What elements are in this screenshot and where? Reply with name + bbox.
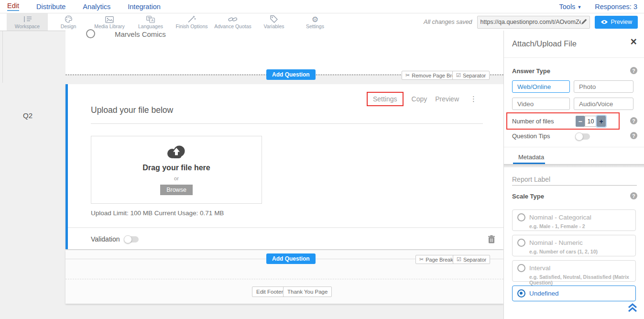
- previous-question-block: Marvels Comics: [65, 31, 503, 75]
- checkbox-checked-icon: ☑: [456, 72, 461, 78]
- top-nav-right: Tools ▼ Responses: 3: [559, 3, 644, 11]
- attach-upload-settings-panel: Attach/Upload File × Answer Type ? Web/O…: [503, 31, 644, 319]
- toolbar-item-settings[interactable]: ⚙ Settings: [295, 13, 336, 31]
- scale-type-nominal-categorical[interactable]: Nominal - Categorical e.g. Male - 1, Fem…: [512, 209, 636, 231]
- question-preview-button[interactable]: Preview: [435, 95, 459, 103]
- answer-type-web-online[interactable]: Web/Online: [512, 80, 570, 93]
- report-label-underline: [512, 185, 637, 186]
- number-of-files-stepper: − 10 +: [576, 116, 606, 127]
- tools-menu[interactable]: Tools ▼: [559, 3, 582, 11]
- answer-type-video[interactable]: Video: [512, 98, 570, 110]
- svg-text:A: A: [151, 18, 153, 22]
- scissors-icon: ✂: [405, 72, 410, 78]
- answer-type-photo[interactable]: Photo: [574, 80, 633, 93]
- nav-tab-analytics[interactable]: Analytics: [83, 3, 110, 11]
- radio-icon: [517, 264, 525, 272]
- close-icon[interactable]: ×: [631, 35, 637, 48]
- edit-pencil-icon[interactable]: [581, 19, 587, 25]
- languages-translate-icon: A: [146, 15, 155, 23]
- page-break-button[interactable]: ✂ Page Break: [415, 255, 457, 264]
- checkbox-checked-icon: ☑: [457, 256, 461, 263]
- question-settings-button[interactable]: Settings: [367, 92, 404, 106]
- answer-option-label: Marvels Comics: [115, 30, 166, 38]
- kebab-menu-icon[interactable]: ⋮: [470, 95, 477, 103]
- upload-limit-text: Upload Limit: 100 MB Current Usage: 0.71…: [91, 209, 224, 217]
- file-dropzone[interactable]: Drag your file here or Browse: [91, 136, 262, 204]
- nav-tab-edit[interactable]: Edit: [7, 2, 19, 11]
- magic-wand-icon: [187, 15, 196, 23]
- thank-you-page-button[interactable]: Thank You Page: [283, 286, 332, 297]
- scale-type-undefined[interactable]: Undefined: [512, 286, 636, 301]
- answer-type-label: Answer Type: [512, 67, 550, 75]
- question-title[interactable]: Upload your file below: [91, 105, 483, 124]
- toggle-knob: [124, 235, 132, 243]
- tab-metadata[interactable]: Metadata: [518, 154, 544, 161]
- question-tips-toggle[interactable]: [576, 133, 590, 140]
- toolbar-item-advance-quotas[interactable]: Advance Quotas: [212, 13, 253, 31]
- media-library-icon: [105, 15, 114, 23]
- answer-type-audio-voice[interactable]: Audio/Voice: [574, 98, 633, 110]
- toolbar-right: All changes saved https://qa.questionpro…: [424, 13, 644, 31]
- eye-icon: [600, 20, 608, 24]
- radio-option-icon[interactable]: [86, 29, 95, 38]
- scale-type-nominal-numeric[interactable]: Nominal - Numeric e.g. Number of cars (1…: [512, 235, 636, 256]
- gear-icon: ⚙: [312, 15, 318, 23]
- survey-url-input[interactable]: https://qa.questionpro.com/t/AOvomZe: [477, 16, 590, 29]
- toolbar-items: Workspace Design Media Library A Languag…: [0, 13, 336, 31]
- toggle-knob: [575, 132, 583, 141]
- toolbar-item-finish-options[interactable]: Finish Options: [171, 13, 212, 31]
- preview-button[interactable]: Preview: [595, 16, 638, 29]
- radio-selected-icon: [517, 289, 525, 297]
- separator-toggle-bottom[interactable]: ☑ Separator: [453, 255, 490, 264]
- panel-divider: [504, 147, 644, 147]
- validation-row: Validation: [91, 233, 495, 245]
- edit-footer-button[interactable]: Edit Footer: [252, 286, 287, 297]
- scale-type-label: Scale Type: [512, 193, 544, 200]
- nav-tab-integration[interactable]: Integration: [128, 3, 161, 11]
- validation-toggle[interactable]: [124, 236, 139, 242]
- browse-button[interactable]: Browse: [160, 185, 193, 195]
- questionpro-survey-editor: Edit Distribute Analytics Integration To…: [0, 0, 644, 319]
- question-footer-divider: [68, 227, 503, 228]
- tag-icon: [270, 15, 278, 23]
- number-of-files-value[interactable]: 10: [585, 116, 597, 127]
- question-copy-button[interactable]: Copy: [412, 95, 427, 103]
- minus-button[interactable]: −: [576, 116, 585, 127]
- number-of-files-label: Number of files: [512, 118, 554, 125]
- add-question-button-bottom[interactable]: Add Question: [266, 253, 316, 264]
- help-icon[interactable]: ?: [630, 192, 637, 199]
- help-icon[interactable]: ?: [630, 117, 637, 124]
- delete-question-icon[interactable]: [488, 235, 495, 243]
- report-label-input[interactable]: Report Label: [512, 176, 550, 183]
- help-icon[interactable]: ?: [630, 132, 637, 139]
- toolbar-item-media-library[interactable]: Media Library: [89, 13, 130, 31]
- validation-label: Validation: [91, 235, 120, 243]
- collapse-double-chevron-up-icon[interactable]: [627, 303, 638, 314]
- toolbar-item-design[interactable]: Design: [48, 13, 89, 31]
- responses-link[interactable]: Responses: 3: [595, 3, 637, 11]
- question-menu: Settings Copy Preview ⋮: [367, 92, 477, 106]
- panel-divider: [504, 57, 644, 58]
- top-nav-tabs: Edit Distribute Analytics Integration: [0, 2, 161, 11]
- add-question-button-top[interactable]: Add Question: [266, 69, 316, 80]
- dropzone-heading: Drag your file here: [91, 164, 262, 172]
- toolbar-item-languages[interactable]: A Languages: [130, 13, 171, 31]
- survey-url-value: https://qa.questionpro.com/t/AOvomZe: [480, 19, 581, 25]
- scale-type-interval[interactable]: Interval e.g. Satisfied, Neutral, Dissat…: [512, 260, 636, 282]
- toolbar-item-workspace[interactable]: Workspace: [7, 13, 48, 31]
- nav-tab-distribute[interactable]: Distribute: [36, 3, 65, 11]
- workspace-icon: [22, 15, 32, 23]
- cloud-upload-icon: [91, 144, 262, 161]
- toolbar-item-variables[interactable]: Variables: [253, 13, 295, 31]
- top-nav: Edit Distribute Analytics Integration To…: [0, 0, 644, 13]
- separator-toggle-top[interactable]: ☑ Separator: [452, 71, 490, 80]
- plus-button[interactable]: +: [597, 116, 606, 127]
- page-break-row-top: Add Question ✂ Remove Page Break ☑ Separ…: [65, 69, 503, 81]
- dropzone-or-text: or: [91, 176, 262, 181]
- page-footer-area: Add Question ✂ Page Break ☑ Separator Ed…: [65, 250, 503, 304]
- question-number-label: Q2: [23, 111, 33, 120]
- editor-toolbar: Workspace Design Media Library A Languag…: [0, 13, 644, 31]
- left-scrollbar-thumb[interactable]: [2, 31, 3, 83]
- help-icon[interactable]: ?: [630, 67, 637, 74]
- chain-link-icon: [228, 15, 238, 23]
